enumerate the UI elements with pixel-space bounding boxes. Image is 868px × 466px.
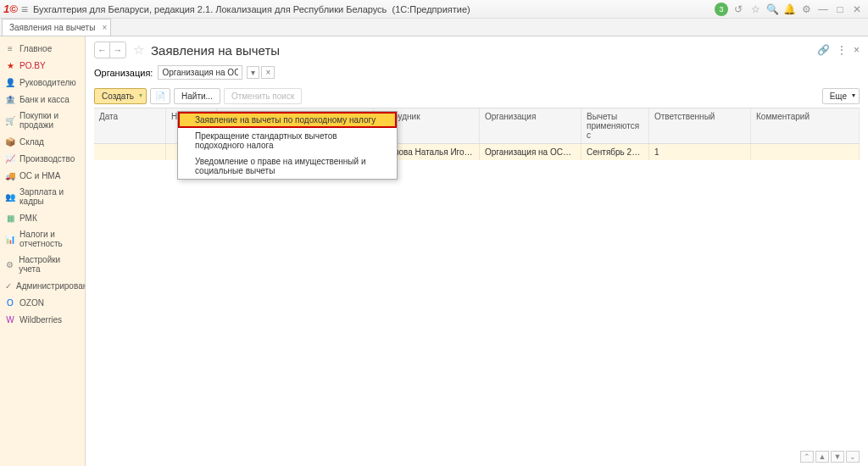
nav-icon: ★ [5, 60, 15, 70]
sidebar-item-банк-и-касса[interactable]: 🏦Банк и касса [0, 91, 85, 108]
app-logo: 1© [3, 3, 18, 15]
grid-nav-last[interactable]: ⌄ [846, 451, 860, 463]
options-icon[interactable]: ⋮ [837, 44, 847, 56]
cancel-find-button[interactable]: Отменить поиск [224, 88, 302, 104]
sidebar-item-администрирование[interactable]: ✓Администрирование [0, 277, 85, 294]
col-org[interactable]: Организация [480, 108, 581, 143]
forward-button[interactable]: → [110, 42, 125, 58]
sidebar-item-главное[interactable]: ≡Главное [0, 40, 85, 57]
nav-icon: 👥 [5, 191, 15, 202]
sidebar-item-label: Настройки учета [19, 255, 80, 274]
document-tab[interactable]: Заявления на вычеты × [2, 19, 111, 36]
search-icon[interactable]: 🔍 [765, 2, 780, 17]
sidebar-item-руководителю[interactable]: 👤Руководителю [0, 74, 85, 91]
sidebar-item-label: PO.BY [19, 61, 46, 70]
col-comm[interactable]: Комментарий [751, 108, 860, 143]
sidebar-item-label: Налоги и отчетность [19, 230, 80, 248]
org-dropdown-button[interactable]: ▾ [247, 66, 259, 79]
sidebar-item-зарплата-и-кадры[interactable]: 👥Зарплата и кадры [0, 184, 85, 209]
history-icon[interactable]: ↺ [731, 2, 746, 17]
notifications-icon[interactable]: 3 [714, 2, 729, 17]
grid-nav-first[interactable]: ⌃ [800, 451, 814, 463]
sidebar-item-label: Главное [19, 44, 52, 53]
nav-icon: ▦ [5, 213, 15, 223]
col-ded[interactable]: Вычеты применяются с [581, 108, 649, 143]
sidebar-item-label: Wildberries [19, 315, 62, 325]
create-button[interactable]: Создать [94, 88, 147, 104]
sidebar-item-ozon[interactable]: OOZON [0, 294, 85, 311]
sidebar-item-label: OZON [19, 298, 44, 308]
sidebar-item-label: Руководителю [19, 78, 76, 87]
nav-icon: 🏦 [5, 94, 15, 104]
tab-close-icon[interactable]: × [103, 23, 108, 32]
create-dropdown: Заявление на вычеты по подоходному налог… [177, 111, 398, 180]
sidebar-item-налоги-и-отчетность[interactable]: 📊Налоги и отчетность [0, 226, 85, 252]
nav-icon: W [5, 314, 15, 325]
sidebar-item-производство[interactable]: 📈Производство [0, 150, 85, 167]
nav-arrows: ← → [94, 42, 126, 58]
menu-icon[interactable]: ≡ [21, 3, 28, 16]
nav-icon: 📦 [5, 136, 15, 147]
nav-icon: 📊 [5, 234, 15, 244]
org-input[interactable] [158, 65, 242, 80]
sidebar-item-ос-и-нма[interactable]: 🚚ОС и НМА [0, 167, 85, 184]
link-icon[interactable]: 🔗 [817, 44, 830, 56]
nav-icon: 📈 [5, 153, 15, 164]
grid-nav-up[interactable]: ▲ [815, 451, 829, 463]
grid-nav-footer: ⌃ ▲ ▼ ⌄ [800, 451, 860, 463]
find-button[interactable]: Найти... [174, 88, 220, 104]
sidebar-item-label: ОС и НМА [19, 171, 60, 180]
org-label: Организация: [94, 68, 153, 78]
nav-icon: ⚙ [5, 259, 14, 269]
nav-icon: 🛒 [5, 115, 15, 125]
sidebar-item-po.by[interactable]: ★PO.BY [0, 57, 85, 74]
sidebar-item-label: РМК [19, 214, 37, 223]
col-resp[interactable]: Ответственный [649, 108, 751, 143]
sidebar-item-настройки-учета[interactable]: ⚙Настройки учета [0, 252, 85, 277]
minimize-button[interactable]: — [815, 2, 831, 17]
nav-icon: 🚚 [5, 170, 15, 180]
close-page-icon[interactable]: × [854, 44, 860, 56]
maximize-button[interactable]: □ [832, 2, 848, 17]
dropdown-item-property[interactable]: Уведомление о праве на имущественный и с… [178, 153, 397, 179]
copy-button[interactable]: 📄 [150, 88, 170, 104]
dropdown-item-income-tax[interactable]: Заявление на вычеты по подоходному налог… [178, 112, 397, 128]
sidebar-item-покупки-и-продажи[interactable]: 🛒Покупки и продажи [0, 108, 85, 133]
favorite-star-icon[interactable]: ☆ [133, 42, 144, 58]
more-button[interactable]: Еще [822, 88, 860, 104]
tab-label: Заявления на вычеты [9, 23, 95, 32]
favorite-icon[interactable]: ☆ [748, 2, 763, 17]
close-button[interactable]: ✕ [849, 2, 865, 17]
sidebar-item-wildberries[interactable]: WWildberries [0, 311, 85, 328]
nav-icon: ≡ [5, 43, 15, 53]
settings-icon[interactable]: ⚙ [798, 2, 814, 17]
sidebar-item-label: Склад [19, 137, 44, 147]
sidebar-item-label: Банк и касса [19, 95, 70, 104]
nav-icon: ✓ [5, 280, 12, 291]
grid-nav-down[interactable]: ▼ [831, 451, 844, 463]
back-button[interactable]: ← [95, 42, 110, 58]
page-title: Заявления на вычеты [151, 43, 280, 58]
app-title: Бухгалтерия для Беларуси, редакция 2.1. … [33, 4, 470, 14]
nav-icon: O [5, 297, 15, 308]
org-clear-button[interactable]: × [261, 66, 275, 79]
col-date[interactable]: Дата [94, 108, 166, 143]
sidebar-item-label: Производство [19, 154, 75, 164]
sidebar-item-label: Покупки и продажи [19, 111, 80, 130]
sidebar-item-рмк[interactable]: ▦РМК [0, 209, 85, 226]
dropdown-item-stop-std[interactable]: Прекращение стандартных вычетов подоходн… [178, 128, 397, 153]
sidebar-item-label: Зарплата и кадры [19, 187, 80, 206]
sidebar-item-склад[interactable]: 📦Склад [0, 133, 85, 150]
nav-icon: 👤 [5, 77, 15, 87]
bell-icon[interactable]: 🔔 [782, 2, 797, 17]
